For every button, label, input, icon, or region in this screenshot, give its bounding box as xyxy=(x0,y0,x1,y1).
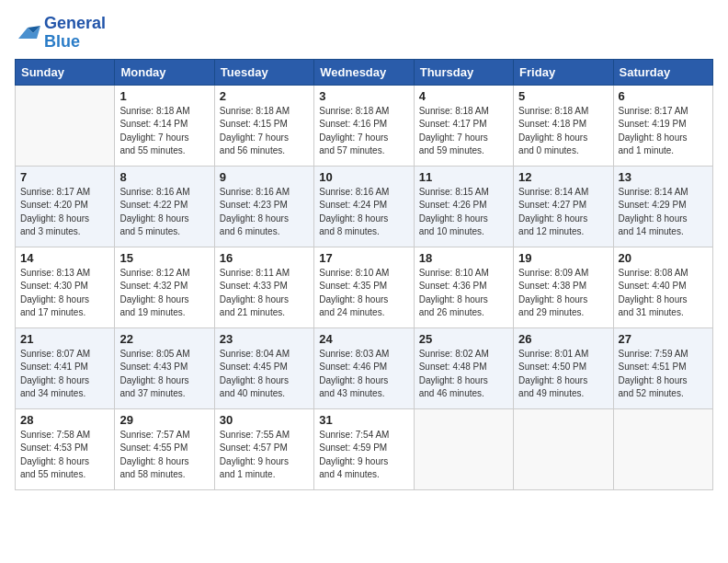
day-info: Sunrise: 8:14 AM Sunset: 4:27 PM Dayligh… xyxy=(518,186,608,239)
day-number: 14 xyxy=(20,251,109,265)
day-cell: 26Sunrise: 8:01 AM Sunset: 4:50 PM Dayli… xyxy=(514,327,613,408)
week-row-3: 14Sunrise: 8:13 AM Sunset: 4:30 PM Dayli… xyxy=(16,247,713,327)
day-cell xyxy=(514,408,613,489)
day-cell: 20Sunrise: 8:08 AM Sunset: 4:40 PM Dayli… xyxy=(613,247,712,327)
logo-icon xyxy=(15,22,40,44)
day-number: 19 xyxy=(518,251,608,265)
week-row-5: 28Sunrise: 7:58 AM Sunset: 4:53 PM Dayli… xyxy=(16,408,713,489)
day-number: 28 xyxy=(20,413,109,427)
day-info: Sunrise: 8:05 AM Sunset: 4:43 PM Dayligh… xyxy=(119,348,209,401)
day-number: 30 xyxy=(220,413,309,427)
day-info: Sunrise: 8:16 AM Sunset: 4:23 PM Dayligh… xyxy=(220,186,309,239)
calendar-table: SundayMondayTuesdayWednesdayThursdayFrid… xyxy=(15,59,713,490)
week-row-4: 21Sunrise: 8:07 AM Sunset: 4:41 PM Dayli… xyxy=(16,327,713,408)
day-cell: 25Sunrise: 8:02 AM Sunset: 4:48 PM Dayli… xyxy=(414,327,513,408)
day-info: Sunrise: 8:11 AM Sunset: 4:33 PM Dayligh… xyxy=(220,267,309,320)
day-number: 13 xyxy=(619,170,708,184)
day-cell: 2Sunrise: 8:18 AM Sunset: 4:15 PM Daylig… xyxy=(214,85,313,166)
day-cell: 22Sunrise: 8:05 AM Sunset: 4:43 PM Dayli… xyxy=(115,327,214,408)
day-cell: 12Sunrise: 8:14 AM Sunset: 4:27 PM Dayli… xyxy=(514,166,613,247)
day-number: 20 xyxy=(619,251,708,265)
day-info: Sunrise: 8:14 AM Sunset: 4:29 PM Dayligh… xyxy=(619,186,708,239)
day-cell: 7Sunrise: 8:17 AM Sunset: 4:20 PM Daylig… xyxy=(16,166,115,247)
day-number: 5 xyxy=(518,89,608,103)
day-info: Sunrise: 8:03 AM Sunset: 4:46 PM Dayligh… xyxy=(319,348,408,401)
day-number: 7 xyxy=(20,170,109,184)
day-info: Sunrise: 7:59 AM Sunset: 4:51 PM Dayligh… xyxy=(619,348,708,401)
day-cell: 8Sunrise: 8:16 AM Sunset: 4:22 PM Daylig… xyxy=(115,166,214,247)
day-info: Sunrise: 7:55 AM Sunset: 4:57 PM Dayligh… xyxy=(220,429,309,482)
header-friday: Friday xyxy=(514,59,613,85)
day-number: 18 xyxy=(419,251,508,265)
day-cell: 24Sunrise: 8:03 AM Sunset: 4:46 PM Dayli… xyxy=(314,327,414,408)
day-number: 10 xyxy=(319,170,408,184)
day-number: 12 xyxy=(518,170,608,184)
day-info: Sunrise: 7:57 AM Sunset: 4:55 PM Dayligh… xyxy=(119,429,209,482)
day-info: Sunrise: 8:16 AM Sunset: 4:24 PM Dayligh… xyxy=(319,186,408,239)
header-row: SundayMondayTuesdayWednesdayThursdayFrid… xyxy=(16,59,713,85)
day-number: 2 xyxy=(220,89,309,103)
day-cell: 14Sunrise: 8:13 AM Sunset: 4:30 PM Dayli… xyxy=(16,247,115,327)
day-number: 26 xyxy=(518,332,608,346)
day-number: 3 xyxy=(319,89,408,103)
logo-text: General Blue xyxy=(44,15,106,52)
day-info: Sunrise: 8:02 AM Sunset: 4:48 PM Dayligh… xyxy=(419,348,508,401)
week-row-2: 7Sunrise: 8:17 AM Sunset: 4:20 PM Daylig… xyxy=(16,166,713,247)
day-number: 21 xyxy=(20,332,109,346)
day-number: 27 xyxy=(619,332,708,346)
day-info: Sunrise: 8:18 AM Sunset: 4:14 PM Dayligh… xyxy=(119,105,209,158)
day-cell: 15Sunrise: 8:12 AM Sunset: 4:32 PM Dayli… xyxy=(115,247,214,327)
day-number: 11 xyxy=(419,170,508,184)
day-info: Sunrise: 7:54 AM Sunset: 4:59 PM Dayligh… xyxy=(319,429,408,482)
day-info: Sunrise: 8:16 AM Sunset: 4:22 PM Dayligh… xyxy=(119,186,209,239)
day-info: Sunrise: 8:18 AM Sunset: 4:16 PM Dayligh… xyxy=(319,105,408,158)
day-info: Sunrise: 8:15 AM Sunset: 4:26 PM Dayligh… xyxy=(419,186,508,239)
logo: General Blue xyxy=(15,15,106,52)
page-header: General Blue xyxy=(15,15,713,52)
day-cell: 30Sunrise: 7:55 AM Sunset: 4:57 PM Dayli… xyxy=(214,408,313,489)
day-cell: 4Sunrise: 8:18 AM Sunset: 4:17 PM Daylig… xyxy=(414,85,513,166)
day-cell xyxy=(414,408,513,489)
day-cell xyxy=(16,85,115,166)
week-row-1: 1Sunrise: 8:18 AM Sunset: 4:14 PM Daylig… xyxy=(16,85,713,166)
day-cell: 17Sunrise: 8:10 AM Sunset: 4:35 PM Dayli… xyxy=(314,247,414,327)
day-info: Sunrise: 8:01 AM Sunset: 4:50 PM Dayligh… xyxy=(518,348,608,401)
day-info: Sunrise: 8:10 AM Sunset: 4:35 PM Dayligh… xyxy=(319,267,408,320)
day-cell: 10Sunrise: 8:16 AM Sunset: 4:24 PM Dayli… xyxy=(314,166,414,247)
day-info: Sunrise: 8:18 AM Sunset: 4:15 PM Dayligh… xyxy=(220,105,309,158)
day-number: 23 xyxy=(220,332,309,346)
day-number: 6 xyxy=(619,89,708,103)
day-cell: 27Sunrise: 7:59 AM Sunset: 4:51 PM Dayli… xyxy=(613,327,712,408)
day-number: 4 xyxy=(419,89,508,103)
day-cell: 9Sunrise: 8:16 AM Sunset: 4:23 PM Daylig… xyxy=(214,166,313,247)
day-cell: 18Sunrise: 8:10 AM Sunset: 4:36 PM Dayli… xyxy=(414,247,513,327)
day-number: 17 xyxy=(319,251,408,265)
day-cell: 5Sunrise: 8:18 AM Sunset: 4:18 PM Daylig… xyxy=(514,85,613,166)
day-info: Sunrise: 8:04 AM Sunset: 4:45 PM Dayligh… xyxy=(220,348,309,401)
day-cell: 1Sunrise: 8:18 AM Sunset: 4:14 PM Daylig… xyxy=(115,85,214,166)
day-cell: 11Sunrise: 8:15 AM Sunset: 4:26 PM Dayli… xyxy=(414,166,513,247)
day-number: 22 xyxy=(119,332,209,346)
day-cell: 21Sunrise: 8:07 AM Sunset: 4:41 PM Dayli… xyxy=(16,327,115,408)
day-info: Sunrise: 8:17 AM Sunset: 4:20 PM Dayligh… xyxy=(20,186,109,239)
day-info: Sunrise: 8:12 AM Sunset: 4:32 PM Dayligh… xyxy=(119,267,209,320)
day-info: Sunrise: 8:17 AM Sunset: 4:19 PM Dayligh… xyxy=(619,105,708,158)
header-thursday: Thursday xyxy=(414,59,513,85)
header-wednesday: Wednesday xyxy=(314,59,414,85)
day-number: 16 xyxy=(220,251,309,265)
day-info: Sunrise: 8:08 AM Sunset: 4:40 PM Dayligh… xyxy=(619,267,708,320)
day-cell xyxy=(613,408,712,489)
day-cell: 28Sunrise: 7:58 AM Sunset: 4:53 PM Dayli… xyxy=(16,408,115,489)
day-cell: 16Sunrise: 8:11 AM Sunset: 4:33 PM Dayli… xyxy=(214,247,313,327)
day-number: 1 xyxy=(119,89,209,103)
day-number: 24 xyxy=(319,332,408,346)
day-cell: 13Sunrise: 8:14 AM Sunset: 4:29 PM Dayli… xyxy=(613,166,712,247)
day-cell: 6Sunrise: 8:17 AM Sunset: 4:19 PM Daylig… xyxy=(613,85,712,166)
day-number: 15 xyxy=(119,251,209,265)
day-info: Sunrise: 8:18 AM Sunset: 4:17 PM Dayligh… xyxy=(419,105,508,158)
day-number: 8 xyxy=(119,170,209,184)
day-info: Sunrise: 8:18 AM Sunset: 4:18 PM Dayligh… xyxy=(518,105,608,158)
day-info: Sunrise: 7:58 AM Sunset: 4:53 PM Dayligh… xyxy=(20,429,109,482)
day-cell: 3Sunrise: 8:18 AM Sunset: 4:16 PM Daylig… xyxy=(314,85,414,166)
day-info: Sunrise: 8:09 AM Sunset: 4:38 PM Dayligh… xyxy=(518,267,608,320)
